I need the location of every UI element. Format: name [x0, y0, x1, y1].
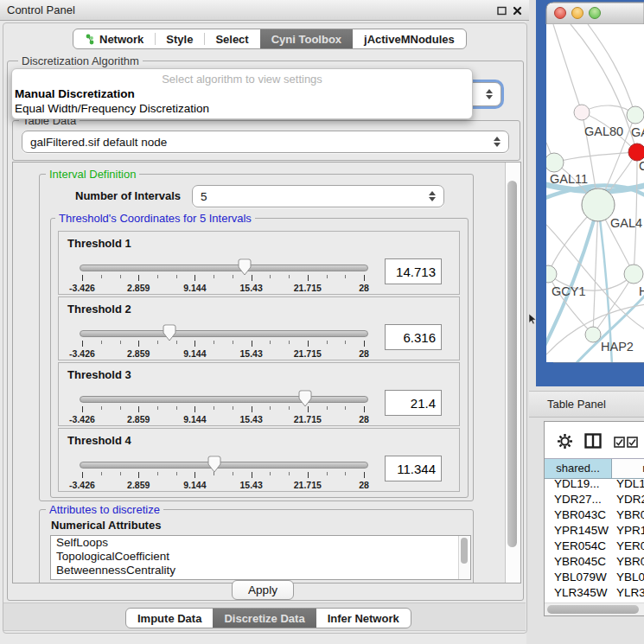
threshold-slider-thumb[interactable]	[238, 258, 252, 276]
slider-tick-label: 21.715	[294, 348, 322, 359]
table-header-shared-name[interactable]: shared...	[545, 459, 612, 478]
threshold-slider-track[interactable]	[80, 265, 368, 271]
thresholds-group: Threshold's Coordinates for 5 Intervals …	[50, 218, 469, 498]
number-of-intervals-combobox[interactable]: 5	[192, 185, 444, 207]
tab-infer-network[interactable]: Infer Network	[316, 609, 411, 628]
checkbox-icon[interactable]	[627, 437, 638, 448]
dropdown-option-manual[interactable]: Manual Discretization	[15, 87, 135, 100]
network-node[interactable]	[574, 105, 590, 120]
attribute-list-item[interactable]: BetweennessCentrality	[51, 564, 470, 577]
threshold-slider-thumb[interactable]	[207, 456, 221, 473]
table-cell-shared-name[interactable]: YER054C	[545, 539, 611, 555]
slider-tick	[101, 275, 102, 278]
table-horizontal-scrollbar[interactable]	[545, 603, 644, 615]
tab-network[interactable]: Network	[73, 29, 155, 48]
attributes-list-scrollbar[interactable]	[458, 536, 470, 579]
network-node[interactable]	[627, 106, 644, 124]
scrollbar-thumb[interactable]	[507, 181, 517, 547]
threshold-slider-track[interactable]	[80, 330, 368, 337]
split-columns-icon[interactable]	[584, 433, 602, 449]
network-node[interactable]	[624, 265, 643, 284]
tab-select[interactable]: Select	[204, 29, 259, 48]
table-cell-shared-name[interactable]: YBL079W	[545, 571, 611, 586]
table-row[interactable]: YBR043CYBR0	[545, 508, 644, 524]
attribute-list-item[interactable]: SelfLoops	[51, 536, 470, 550]
attributes-legend: Attributes to discretize	[46, 503, 163, 516]
table-cell-name[interactable]: YLR3	[611, 586, 644, 602]
node-label: H	[639, 284, 644, 298]
tab-discretize-data[interactable]: Discretize Data	[213, 609, 316, 628]
table-cell-name[interactable]: YBL0	[611, 571, 644, 586]
threshold-value-field[interactable]: 6.316	[385, 324, 442, 350]
gear-icon[interactable]	[557, 433, 573, 450]
scrollbar-thumb[interactable]	[547, 605, 639, 614]
network-node-selected[interactable]	[628, 143, 644, 161]
table-cell-shared-name[interactable]: YBR043C	[545, 508, 611, 524]
slider-tick	[345, 341, 346, 344]
table-row[interactable]: YER054CYER0	[545, 539, 644, 555]
table-header-name[interactable]: na	[612, 459, 644, 478]
tab-cyni-toolbox[interactable]: Cyni Toolbox	[260, 29, 353, 48]
panel-vertical-scrollbar[interactable]	[505, 163, 520, 583]
table-row[interactable]: YDR27...YDR2	[545, 493, 644, 508]
table-panel-titlebar[interactable]: Table Panel	[529, 391, 644, 418]
numerical-attributes-label: Numerical Attributes	[51, 519, 161, 532]
network-node[interactable]	[585, 327, 601, 342]
table-cell-name[interactable]: YBR0	[611, 555, 644, 571]
slider-tick	[345, 406, 346, 410]
table-cell-shared-name[interactable]: YLR345W	[545, 586, 611, 602]
threshold-slider-track[interactable]	[80, 462, 368, 469]
table-cell-shared-name[interactable]: YDL19...	[545, 477, 611, 493]
table-row[interactable]: YLR345WYLR3	[545, 586, 644, 602]
table-cell-name[interactable]: YPR1	[611, 524, 644, 539]
close-icon[interactable]	[512, 5, 523, 16]
network-canvas[interactable]: GAL80 GA C GAL11 GAL4 GCY1 H HAP2	[539, 24, 644, 365]
slider-tick	[364, 341, 365, 347]
table-cell-name[interactable]: YDL1	[611, 477, 644, 493]
float-window-icon[interactable]	[496, 5, 507, 16]
threshold-slider-track[interactable]	[80, 396, 368, 403]
threshold-value-field[interactable]: 14.713	[385, 258, 442, 284]
table-data-combobox[interactable]: galFiltered.sif default node	[22, 131, 509, 153]
numerical-attributes-list[interactable]: SelfLoopsTopologicalCoefficientBetweenne…	[50, 535, 471, 580]
checkbox-icon[interactable]	[614, 437, 625, 448]
table-cell-name[interactable]: YER0	[611, 539, 644, 555]
slider-tick-label: 28	[359, 480, 369, 490]
slider-tick-label: 15.43	[239, 414, 262, 424]
table-row[interactable]: YBR045CYBR0	[545, 555, 644, 571]
apply-button[interactable]: Apply	[232, 580, 294, 600]
slider-tick-label: 2.859	[127, 283, 150, 293]
threshold-value-field[interactable]: 11.344	[385, 456, 442, 481]
table-cell-shared-name[interactable]: YPR145W	[545, 524, 611, 539]
tab-jactivemnodules[interactable]: jActiveMNodules	[353, 29, 466, 48]
slider-tick	[327, 406, 328, 410]
table-row[interactable]: YPR145WYPR1	[545, 524, 644, 539]
dropdown-option-equal-width[interactable]: Equal Width/Frequency Discretization	[15, 102, 209, 115]
threshold-label: Threshold 4	[67, 434, 131, 447]
threshold-slider-thumb[interactable]	[298, 390, 312, 407]
network-view-panel[interactable]: GAL80 GA C GAL11 GAL4 GCY1 H HAP2	[536, 0, 644, 386]
table-cell-name[interactable]: YDR2	[611, 493, 644, 508]
table-row[interactable]: YDL19...YDL1	[545, 477, 644, 493]
table-cell-shared-name[interactable]: YDR27...	[545, 493, 611, 508]
table-cell-shared-name[interactable]: YBR045C	[545, 555, 611, 571]
slider-tick-label: 2.859	[127, 414, 150, 424]
control-panel-tabs: NetworkStyleSelectCyni ToolboxjActiveMNo…	[73, 29, 467, 49]
threshold-panel-1: Threshold 1-3.4262.8599.14415.4321.71528…	[58, 231, 460, 295]
slider-tick	[101, 341, 102, 344]
zoom-traffic-light[interactable]	[590, 8, 601, 19]
minimize-traffic-light[interactable]	[572, 8, 583, 19]
close-traffic-light[interactable]	[555, 8, 566, 19]
table-cell-name[interactable]: YBR0	[611, 508, 644, 524]
network-node[interactable]	[545, 153, 564, 172]
attribute-list-item[interactable]: TopologicalCoefficient	[51, 550, 470, 564]
slider-tick	[138, 341, 139, 347]
threshold-value-field[interactable]: 21.4	[385, 390, 442, 416]
tab-style[interactable]: Style	[155, 29, 204, 48]
tab-impute-data[interactable]: Impute Data	[126, 609, 213, 628]
scrollbar-thumb[interactable]	[461, 538, 468, 564]
table-row[interactable]: YBL079WYBL0	[545, 571, 644, 586]
combo-spinner-icon	[429, 190, 436, 202]
threshold-slider-thumb[interactable]	[163, 324, 176, 341]
threshold-label: Threshold 2	[67, 303, 131, 316]
